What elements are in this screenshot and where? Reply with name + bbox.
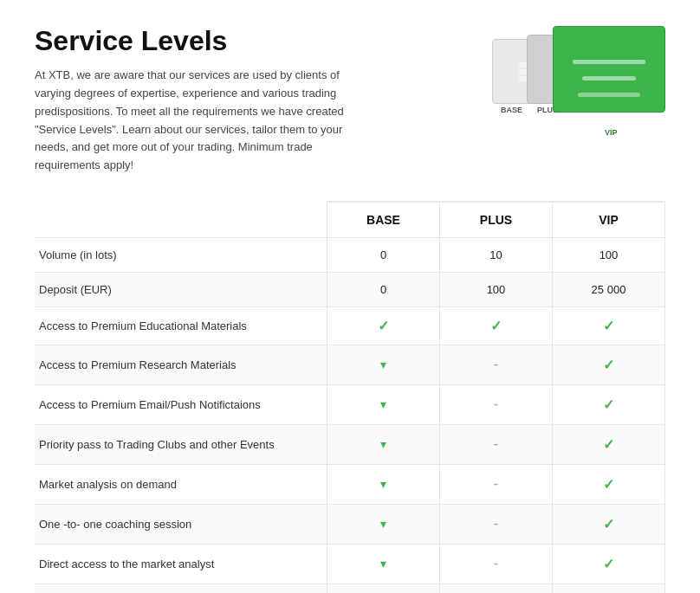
vip-header: VIP bbox=[553, 202, 665, 238]
check-icon: ✓ bbox=[603, 557, 614, 571]
vip-cell: 25 000 bbox=[553, 272, 665, 306]
chevron-icon: ▾ bbox=[380, 358, 386, 371]
vip-cell: ✓ bbox=[553, 384, 665, 424]
table-row: Deposit (EUR) 0 100 25 000 bbox=[35, 272, 665, 306]
table-row: Direct access to the market analyst ▾ - … bbox=[35, 544, 665, 583]
dash-icon: - bbox=[494, 555, 499, 572]
base-cell: ▾ bbox=[327, 504, 440, 544]
base-cell: ▾ bbox=[327, 464, 440, 504]
feature-cell: Volume (in lots) bbox=[35, 237, 327, 272]
check-icon: ✓ bbox=[603, 437, 614, 452]
chevron-icon: ▾ bbox=[380, 397, 386, 411]
cell-value: 100 bbox=[600, 248, 619, 261]
base-cell: ▾ bbox=[327, 345, 440, 384]
cell-value: 0 bbox=[380, 283, 386, 296]
base-cell: ▾ bbox=[327, 544, 440, 583]
check-icon: ✓ bbox=[603, 358, 614, 372]
vip-cell: 100 bbox=[553, 237, 665, 272]
chevron-icon: ▾ bbox=[380, 517, 386, 531]
check-icon: ✓ bbox=[603, 319, 614, 333]
dash-icon: - bbox=[494, 475, 499, 493]
feature-cell: Access to Premium Email/Push Notifictaio… bbox=[35, 384, 327, 424]
page-container: Service Levels At XTB, we are aware that… bbox=[0, 0, 700, 593]
feature-cell: Contact us to negotiate your cashbacks bbox=[35, 583, 327, 593]
plus-cell: - bbox=[440, 464, 553, 504]
dash-icon: - bbox=[494, 515, 499, 532]
feature-header bbox=[35, 202, 327, 238]
service-table: BASE PLUS VIP Volume (in lots) 0 10 100 … bbox=[35, 201, 665, 593]
vip-cell: ✓ bbox=[553, 504, 665, 544]
dash-icon: - bbox=[494, 396, 499, 413]
base-cell: ▾ bbox=[327, 384, 440, 424]
chevron-icon: ▾ bbox=[380, 557, 386, 570]
feature-cell: Deposit (EUR) bbox=[35, 272, 327, 306]
table-row: One -to- one coaching session ▾ - ✓ bbox=[35, 504, 665, 544]
check-icon: ✓ bbox=[603, 477, 614, 492]
cell-value: 0 bbox=[380, 248, 386, 261]
table-header-row: BASE PLUS VIP bbox=[35, 202, 665, 238]
check-icon: ✓ bbox=[603, 517, 614, 532]
plus-cell: - bbox=[440, 583, 553, 593]
card-illustration: BASE PLUS VIP bbox=[475, 26, 665, 130]
table-row: Access to Premium Research Materials ▾ -… bbox=[35, 345, 665, 384]
base-cell: 0 bbox=[327, 272, 440, 306]
cell-value: 10 bbox=[489, 248, 502, 261]
plus-cell: 100 bbox=[440, 272, 553, 306]
vip-cell: ✓ bbox=[553, 345, 665, 384]
table-row: Access to Premium Educational Materials … bbox=[35, 306, 665, 345]
table-row: Access to Premium Email/Push Notifictaio… bbox=[35, 384, 665, 424]
table-row: Priority pass to Trading Clubs and other… bbox=[35, 424, 665, 464]
base-cell: ▾ bbox=[327, 583, 440, 593]
vip-cell: ✓ bbox=[553, 583, 665, 593]
plus-cell: - bbox=[440, 504, 553, 544]
chevron-icon: ▾ bbox=[380, 437, 386, 451]
page-description: At XTB, we are aware that our services a… bbox=[35, 67, 364, 175]
vip-cell: ✓ bbox=[553, 306, 665, 345]
header-section: Service Levels At XTB, we are aware that… bbox=[35, 26, 665, 175]
table-row: Volume (in lots) 0 10 100 bbox=[35, 237, 665, 272]
base-cell: 0 bbox=[327, 237, 440, 272]
vip-card bbox=[553, 26, 665, 113]
plus-cell: ✓ bbox=[440, 306, 553, 345]
page-title: Service Levels bbox=[35, 26, 364, 56]
base-label: BASE bbox=[501, 106, 522, 114]
base-cell: ▾ bbox=[327, 424, 440, 464]
header-text: Service Levels At XTB, we are aware that… bbox=[35, 26, 364, 175]
feature-cell: Access to Premium Educational Materials bbox=[35, 306, 327, 345]
feature-cell: Market analysis on demand bbox=[35, 464, 327, 504]
plus-header: PLUS bbox=[440, 202, 553, 238]
chevron-icon: ▾ bbox=[380, 477, 386, 491]
plus-cell: - bbox=[440, 345, 553, 384]
vip-cell: ✓ bbox=[553, 464, 665, 504]
feature-cell: Direct access to the market analyst bbox=[35, 544, 327, 583]
feature-cell: Access to Premium Research Materials bbox=[35, 345, 327, 384]
feature-cell: One -to- one coaching session bbox=[35, 504, 327, 544]
feature-cell: Priority pass to Trading Clubs and other… bbox=[35, 424, 327, 464]
base-header: BASE bbox=[327, 202, 440, 238]
dash-icon: - bbox=[494, 435, 499, 453]
cell-value: 25 000 bbox=[592, 283, 626, 296]
base-cell: ✓ bbox=[327, 306, 440, 345]
vip-cell: ✓ bbox=[553, 424, 665, 464]
check-icon: ✓ bbox=[603, 397, 614, 412]
plus-cell: - bbox=[440, 384, 553, 424]
table-row: Market analysis on demand ▾ - ✓ bbox=[35, 464, 665, 504]
plus-cell: - bbox=[440, 544, 553, 583]
vip-label: VIP bbox=[605, 128, 618, 137]
vip-cell: ✓ bbox=[553, 544, 665, 583]
dash-icon: - bbox=[494, 356, 499, 373]
table-row: Contact us to negotiate your cashbacks ▾… bbox=[35, 583, 665, 593]
check-icon: ✓ bbox=[490, 319, 502, 333]
plus-cell: 10 bbox=[440, 237, 553, 272]
card-stack: BASE PLUS VIP bbox=[475, 26, 648, 121]
check-icon: ✓ bbox=[378, 319, 389, 333]
plus-cell: - bbox=[440, 424, 553, 464]
cell-value: 100 bbox=[487, 283, 506, 296]
